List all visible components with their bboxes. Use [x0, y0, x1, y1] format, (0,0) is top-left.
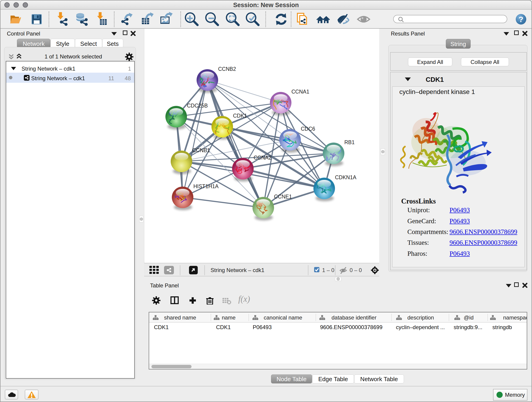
svg-text:CDC6: CDC6 — [301, 126, 315, 132]
svg-text:HIST1H1A: HIST1H1A — [193, 183, 219, 189]
svg-text:CDC25B: CDC25B — [187, 103, 208, 109]
svg-text:CCNA2: CCNA2 — [254, 155, 272, 161]
svg-text:CCNB1: CCNB1 — [192, 147, 210, 153]
svg-text:RB1: RB1 — [344, 139, 355, 145]
svg-text:CDKN1A: CDKN1A — [335, 174, 356, 180]
svg-text:CCNE1: CCNE1 — [274, 194, 292, 200]
svg-text:CCNB2: CCNB2 — [218, 66, 236, 72]
svg-text:CDK1: CDK1 — [233, 113, 247, 119]
svg-text:CCNA1: CCNA1 — [291, 89, 309, 95]
